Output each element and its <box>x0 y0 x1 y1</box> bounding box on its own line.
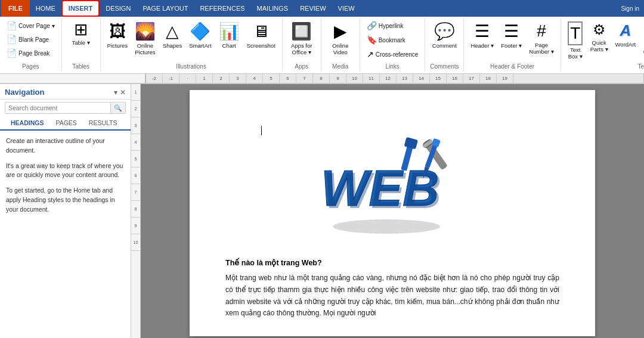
cover-page-icon: 📄 <box>7 21 17 30</box>
tab-insert[interactable]: INSERT <box>61 0 100 17</box>
ruler-mark: 4 <box>246 74 263 83</box>
screenshot-icon: 🖥 <box>253 21 270 41</box>
tab-review[interactable]: REVIEW <box>294 0 332 17</box>
header-button[interactable]: ☰ Header ▾ <box>467 19 497 51</box>
tab-page-layout[interactable]: PAGE LAYOUT <box>137 0 194 17</box>
online-video-icon: ▶ <box>334 21 347 41</box>
cross-reference-button[interactable]: ↗ Cross-reference <box>364 48 422 61</box>
wordart-icon: A <box>620 21 631 40</box>
bookmark-icon: 🔖 <box>367 35 377 45</box>
ribbon-group-tables: ⊞ Table ▾ Tables <box>62 18 101 71</box>
horizontal-ruler: -2 -1 · 1 2 3 4 5 6 7 8 9 10 11 12 13 14… <box>0 74 644 83</box>
document-area: WEB WEB <box>141 84 644 338</box>
text-box-label: TextBox ▾ <box>568 46 583 60</box>
wordart-label: WordArt <box>615 41 636 48</box>
text-box-button[interactable]: T TextBox ▾ <box>565 19 586 62</box>
nav-body-text-2: It's a great way to keep track of where … <box>6 162 125 181</box>
search-input[interactable] <box>5 103 110 113</box>
ruler-mark: 12 <box>380 74 397 83</box>
hyperlink-button[interactable]: 🔗 Hyperlink <box>364 19 422 32</box>
cover-page-button[interactable]: 📄 Cover Page ▾ <box>4 19 58 32</box>
ruler-mark: · <box>179 74 196 83</box>
shapes-button[interactable]: △ Shapes <box>160 19 185 51</box>
tab-references[interactable]: REFERENCES <box>194 0 250 17</box>
sign-in-link[interactable]: Sign in <box>621 5 644 12</box>
ribbon-group-header-footer: ☰ Header ▾ ☰ Footer ▾ # PageNumber ▾ Hea… <box>464 18 561 71</box>
ruler-mark: 16 <box>447 74 463 83</box>
main-area: Navigation ▾ ✕ 🔍 HEADINGS PAGES RESULTS … <box>0 84 644 338</box>
smartart-label: SmartArt <box>189 42 211 49</box>
ruler-mark: 9 <box>330 74 346 83</box>
footer-icon: ☰ <box>504 21 519 41</box>
ribbon-content: 📄 Cover Page ▾ 📄 Blank Page 📄 Page Break… <box>0 17 644 74</box>
search-button[interactable]: 🔍 <box>110 103 125 113</box>
bookmark-button[interactable]: 🔖 Bookmark <box>364 33 422 46</box>
shapes-label: Shapes <box>163 42 182 49</box>
header-label: Header ▾ <box>470 42 494 49</box>
apps-label: Apps forOffice ▾ <box>291 42 312 55</box>
tab-view[interactable]: VIEW <box>332 0 361 17</box>
tab-home[interactable]: HOME <box>30 0 61 17</box>
table-icon: ⊞ <box>74 21 88 38</box>
wordart-button[interactable]: A WordArt <box>612 19 639 50</box>
nav-search-box: 🔍 <box>5 102 126 114</box>
page-break-button[interactable]: 📄 Page Break <box>4 46 58 60</box>
screenshot-button[interactable]: 🖥 Screenshot <box>244 19 278 51</box>
cross-reference-label: Cross-reference <box>376 51 419 58</box>
chart-button[interactable]: 📊 Chart <box>216 19 243 51</box>
online-video-label: OnlineVideo <box>332 42 348 55</box>
nav-close-icon[interactable]: ✕ <box>120 88 126 97</box>
ruler-mark: 2 <box>213 74 230 83</box>
ruler-mark: 13 <box>397 74 413 83</box>
blank-page-label: Blank Page <box>18 36 49 43</box>
tab-design[interactable]: DESIGN <box>100 0 137 17</box>
svg-text:WEB: WEB <box>323 162 441 219</box>
vertical-ruler: 1 2 3 4 5 6 7 8 9 10 <box>131 84 141 338</box>
blank-page-button[interactable]: 📄 Blank Page <box>4 33 58 46</box>
tab-file[interactable]: FILE <box>1 0 30 17</box>
drop-cap-button[interactable]: A DropCap ▾ <box>640 19 644 57</box>
nav-title: Navigation <box>5 88 44 97</box>
ruler-mark: 10 <box>346 74 363 83</box>
chart-icon: 📊 <box>219 21 240 41</box>
online-pictures-button[interactable]: 🌄 OnlinePictures <box>132 19 159 58</box>
ribbon-group-media: ▶ OnlineVideo Media <box>321 18 360 71</box>
smartart-icon: 🔷 <box>190 21 210 41</box>
text-group-label: Text <box>637 62 644 70</box>
comment-icon: 💬 <box>434 21 455 41</box>
comments-group-label: Comments <box>430 62 459 70</box>
table-button[interactable]: ⊞ Table ▾ <box>66 19 97 48</box>
tab-mailings[interactable]: MAILINGS <box>251 0 295 17</box>
pictures-button[interactable]: 🖼 Pictures <box>104 19 131 51</box>
ruler-mark: 1 <box>196 74 213 83</box>
svg-rect-10 <box>404 137 418 150</box>
cursor-area <box>225 114 559 126</box>
quick-parts-button[interactable]: ⚙ QuickParts ▾ <box>587 19 611 55</box>
footer-button[interactable]: ☰ Footer ▾ <box>498 19 525 51</box>
nav-header: Navigation ▾ ✕ <box>0 84 131 100</box>
ruler-mark: 14 <box>413 74 430 83</box>
ribbon-group-comments: 💬 Comment Comments <box>425 18 464 71</box>
page-number-label: PageNumber ▾ <box>529 42 553 55</box>
nav-tab-results[interactable]: RESULTS <box>83 116 123 131</box>
comment-button[interactable]: 💬 Comment <box>429 19 460 51</box>
document-image: WEB WEB <box>225 126 559 245</box>
doc-container: 1 2 3 4 5 6 7 8 9 10 <box>131 84 644 338</box>
document-page[interactable]: WEB WEB <box>190 90 595 336</box>
text-box-icon: T <box>568 21 583 45</box>
smartart-button[interactable]: 🔷 SmartArt <box>186 19 214 51</box>
apps-group-label: Apps <box>295 62 308 70</box>
header-icon: ☰ <box>475 21 490 41</box>
nav-tab-headings[interactable]: HEADINGS <box>5 116 49 131</box>
page-number-button[interactable]: # PageNumber ▾ <box>526 19 556 57</box>
quick-parts-icon: ⚙ <box>593 21 606 38</box>
apps-for-office-button[interactable]: 🔲 Apps forOffice ▾ <box>286 19 317 58</box>
nav-body-text-3: To get started, go to the Home tab and a… <box>6 186 125 214</box>
online-video-button[interactable]: ▶ OnlineVideo <box>325 19 356 58</box>
nav-settings-icon[interactable]: ▾ <box>114 88 117 97</box>
document-paragraph: Một trang web như là một trang quảng cáo… <box>225 272 559 320</box>
online-pictures-icon: 🌄 <box>135 21 156 41</box>
chart-label: Chart <box>222 42 236 49</box>
hyperlink-label: Hyperlink <box>379 23 404 29</box>
nav-tab-pages[interactable]: PAGES <box>49 116 82 131</box>
